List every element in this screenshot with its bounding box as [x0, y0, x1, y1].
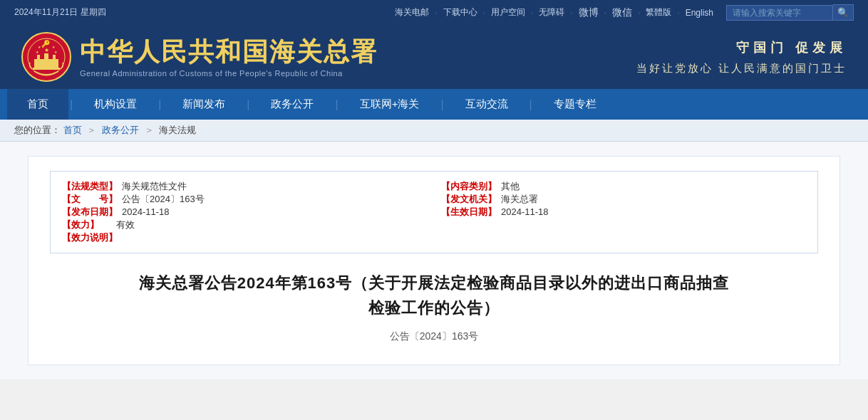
meta-label-type: 【法规类型】 — [62, 180, 118, 193]
sep1: · — [433, 8, 438, 18]
content-box: 【法规类型】 海关规范性文件 【文 号】 公告〔2024〕163号 【发布日期】… — [28, 156, 840, 365]
traditional-link[interactable]: 繁體版 — [641, 6, 676, 19]
search-input[interactable] — [726, 5, 833, 21]
nav-sep-4: | — [334, 98, 339, 111]
nav-item-gov-open[interactable]: 政务公开 — [251, 89, 334, 120]
nav-sep-3: | — [245, 98, 251, 111]
article-title-line1: 海关总署公告2024年第163号（关于开展法定检验商品目录以外的进出口商品抽查 — [50, 271, 818, 295]
main-nav: 首页 | 机构设置 | 新闻发布 | 政务公开 | 互联网+海关 | 互动交流 … — [0, 89, 868, 120]
meta-row-category: 【内容类别】 其他 — [441, 180, 806, 193]
article-title: 海关总署公告2024年第163号（关于开展法定检验商品目录以外的进出口商品抽查 … — [50, 271, 818, 320]
breadcrumb: 您的位置： 首页 ＞ 政务公开 ＞ 海关法规 — [0, 120, 868, 142]
article-title-line2: 检验工作的公告） — [50, 295, 818, 320]
site-title-cn: 中华人民共和国海关总署 — [80, 36, 378, 67]
sep3: · — [529, 8, 534, 18]
nav-sep-5: | — [439, 98, 445, 111]
meta-col-right: 【内容类别】 其他 【发文机关】 海关总署 【生效日期】 2024-11-18 — [441, 180, 806, 244]
meta-row-num: 【文 号】 公告〔2024〕163号 — [62, 193, 427, 206]
meta-label-effect: 【效力】 — [62, 219, 112, 231]
weibo-icon[interactable]: 微博 — [574, 6, 603, 19]
site-title-en: General Administration of Customs of the… — [80, 69, 378, 78]
nav-item-home[interactable]: 首页 — [7, 89, 68, 120]
sep4: · — [569, 8, 574, 18]
meta-row-effdate: 【生效日期】 2024-11-18 — [441, 206, 806, 219]
download-link[interactable]: 下载中心 — [439, 6, 482, 19]
nav-item-news[interactable]: 新闻发布 — [162, 89, 245, 120]
meta-value-type: 海关规范性文件 — [122, 180, 187, 193]
meta-label-effect-note: 【效力说明】 — [62, 231, 118, 244]
breadcrumb-home[interactable]: 首页 — [63, 125, 82, 135]
slogan-top: 守国门 促发展 — [636, 37, 847, 59]
meta-value-effect: 有效 — [116, 219, 135, 231]
meta-row-effect: 【效力】 有效 — [62, 219, 427, 231]
header-title-block: 中华人民共和国海关总署 General Administration of Cu… — [80, 36, 378, 77]
meta-label-pubdate: 【发布日期】 — [62, 206, 118, 219]
svg-text:★: ★ — [44, 47, 49, 53]
meta-col-left: 【法规类型】 海关规范性文件 【文 号】 公告〔2024〕163号 【发布日期】… — [62, 180, 427, 244]
date-display: 2024年11月21日 星期四 — [14, 6, 106, 19]
meta-row-type: 【法规类型】 海关规范性文件 — [62, 180, 427, 193]
sep5: · — [603, 8, 608, 18]
breadcrumb-current: 海关法规 — [159, 125, 196, 135]
meta-label-issuer: 【发文机关】 — [441, 193, 497, 206]
nav-sep-2: | — [157, 98, 162, 111]
nav-item-interaction[interactable]: 互动交流 — [445, 89, 528, 120]
top-nav-links: 海关电邮 · 下载中心 · 用户空间 · 无障碍 · 微博 · 微信 · 繁體版… — [391, 4, 854, 21]
header: ★ ★ ★ ★ ★ 🔑 中华人民共和国海关总署 General Administ… — [0, 25, 868, 89]
nav-item-organization[interactable]: 机构设置 — [74, 89, 157, 120]
svg-rect-3 — [37, 55, 40, 61]
search-button[interactable]: 🔍 — [833, 4, 854, 21]
header-slogan: 守国门 促发展 当好让党放心 让人民满意的国门卫士 — [636, 37, 847, 77]
meta-label-num: 【文 号】 — [62, 193, 118, 206]
search-wrap: 🔍 — [726, 4, 854, 21]
nav-sep-6: | — [528, 98, 534, 111]
article-subtitle: 公告〔2024〕163号 — [50, 330, 818, 343]
meta-value-category: 其他 — [501, 180, 520, 193]
sep2: · — [482, 8, 487, 18]
breadcrumb-prefix: 您的位置： — [14, 125, 61, 135]
sep6: · — [636, 8, 641, 18]
nav-sep-1: | — [68, 98, 74, 111]
top-bar: 2024年11月21日 星期四 海关电邮 · 下载中心 · 用户空间 · 无障碍… — [0, 0, 868, 25]
sep7: · — [676, 8, 681, 18]
meta-value-pubdate: 2024-11-18 — [122, 206, 170, 217]
email-link[interactable]: 海关电邮 — [391, 6, 433, 19]
svg-rect-5 — [53, 55, 56, 61]
meta-row-pubdate: 【发布日期】 2024-11-18 — [62, 206, 427, 219]
national-emblem-icon: ★ ★ ★ ★ ★ 🔑 — [21, 32, 71, 82]
header-logo: ★ ★ ★ ★ ★ 🔑 中华人民共和国海关总署 General Administ… — [21, 32, 378, 82]
breadcrumb-sep-1: ＞ — [87, 125, 96, 135]
nav-item-special[interactable]: 专题专栏 — [534, 89, 616, 120]
slogan-bottom: 当好让党放心 让人民满意的国门卫士 — [636, 59, 847, 78]
meta-label-category: 【内容类别】 — [441, 180, 497, 193]
meta-table: 【法规类型】 海关规范性文件 【文 号】 公告〔2024〕163号 【发布日期】… — [50, 171, 818, 253]
meta-value-issuer: 海关总署 — [501, 193, 538, 206]
content-wrapper: 【法规类型】 海关规范性文件 【文 号】 公告〔2024〕163号 【发布日期】… — [0, 142, 868, 379]
meta-label-effdate: 【生效日期】 — [441, 206, 497, 219]
svg-rect-6 — [33, 68, 60, 70]
meta-row-issuer: 【发文机关】 海关总署 — [441, 193, 806, 206]
breadcrumb-sep-2: ＞ — [145, 125, 154, 135]
meta-value-num: 公告〔2024〕163号 — [122, 193, 205, 206]
breadcrumb-gov[interactable]: 政务公开 — [102, 125, 139, 135]
accessibility-link[interactable]: 无障碍 — [534, 6, 569, 19]
svg-text:🔑: 🔑 — [41, 39, 51, 48]
nav-item-internet[interactable]: 互联网+海关 — [340, 89, 440, 120]
user-space-link[interactable]: 用户空间 — [487, 6, 529, 19]
svg-rect-4 — [44, 53, 48, 61]
wechat-icon[interactable]: 微信 — [608, 6, 636, 19]
meta-value-effdate: 2024-11-18 — [501, 206, 549, 217]
english-link[interactable]: English — [681, 8, 718, 18]
meta-row-effect-note: 【效力说明】 — [62, 231, 427, 244]
